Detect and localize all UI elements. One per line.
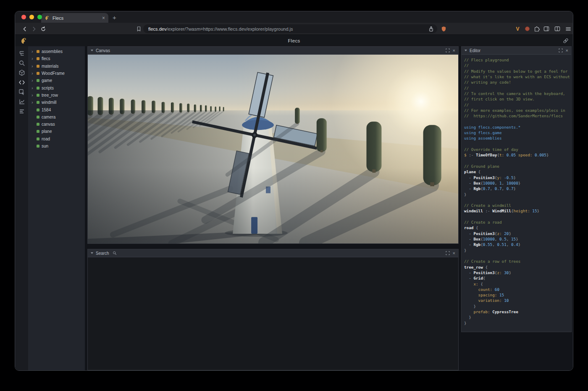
code-line: using assemblies (464, 135, 570, 141)
browser-toolbar: flecs.dev/explorer/?wasm=https://www.fle… (15, 23, 573, 35)
chart-icon[interactable] (18, 98, 25, 105)
permalink-icon[interactable] (563, 38, 569, 44)
entity-tree: ›assemblies›flecs›materials›WoodFrame›ga… (28, 46, 85, 370)
expand-chevron-icon[interactable]: › (32, 49, 34, 54)
bookmark-icon[interactable] (135, 25, 142, 32)
back-icon[interactable] (21, 25, 28, 32)
close-icon[interactable]: × (453, 251, 455, 256)
tree-item-road[interactable]: road (28, 135, 85, 143)
tree-item-tree_row[interactable]: ›tree_row (28, 92, 85, 99)
editor-panel-header: Editor × (462, 47, 571, 55)
search-results-area[interactable] (88, 257, 458, 370)
tab-title: Flecs (52, 16, 100, 21)
expand-chevron-icon[interactable]: › (32, 71, 34, 76)
close-icon[interactable]: × (453, 48, 455, 53)
browser-tab[interactable]: Flecs × (41, 13, 108, 23)
expand-chevron-icon[interactable]: › (32, 56, 34, 61)
code-line: prefab: CypressTree (464, 309, 570, 314)
query-search-icon[interactable] (18, 60, 25, 66)
expand-chevron-icon[interactable]: › (32, 78, 34, 83)
collapse-chevron-icon[interactable] (91, 50, 93, 51)
code-line: plane { (464, 169, 570, 174)
code-line: // writing any code! (464, 79, 570, 85)
tree-item-camera[interactable]: camera (28, 114, 85, 121)
code-line: ​ (464, 197, 570, 203)
tree-item-materials[interactable]: ›materials (28, 63, 85, 70)
tree-item-plane[interactable]: plane (28, 128, 85, 135)
stats-icon[interactable] (18, 108, 25, 115)
tab-close-icon[interactable]: × (102, 16, 105, 21)
vimium-extension-icon[interactable]: V (514, 25, 521, 32)
extensions-puzzle-icon[interactable] (533, 25, 540, 32)
editor-code[interactable]: // Flecs playground//// Modify the value… (462, 55, 571, 332)
entities-tree-icon[interactable] (18, 50, 25, 57)
close-icon[interactable]: × (566, 48, 568, 53)
code-line: - Box{10000, 1, 10000} (464, 180, 570, 186)
tree-item-label: sun (42, 144, 48, 148)
code-line: // Flecs playground (464, 57, 570, 63)
expand-chevron-icon[interactable]: › (32, 100, 34, 105)
tree-item-label: flecs (42, 56, 50, 61)
flecs-logo[interactable] (20, 37, 28, 45)
tree-item-1584[interactable]: 1584 (28, 106, 85, 113)
forward-icon[interactable] (30, 25, 37, 32)
tree-item-sun[interactable]: sun (28, 143, 85, 150)
menu-icon[interactable] (564, 25, 572, 32)
zoom-window-button[interactable] (37, 15, 42, 19)
code-editor-icon[interactable] (18, 79, 25, 86)
tree-item-assemblies[interactable]: ›assemblies (28, 48, 85, 55)
adblock-extension-icon[interactable] (524, 25, 531, 32)
close-window-button[interactable] (21, 15, 26, 19)
canvas-panel: Canvas × (87, 46, 459, 244)
fullscreen-icon[interactable] (446, 48, 450, 53)
module-square-icon (37, 72, 39, 75)
tree-item-label: WoodFrame (42, 71, 65, 76)
search-icon (113, 251, 117, 255)
expand-chevron-icon[interactable]: › (32, 64, 34, 69)
tree-item-game[interactable]: ›game (28, 77, 85, 84)
entity-square-icon (37, 130, 39, 133)
code-line: // Ground plane (464, 164, 570, 169)
code-line: ​ (464, 119, 570, 124)
code-line: // Create a windmill (464, 203, 570, 208)
fullscreen-icon[interactable] (559, 48, 563, 53)
share-icon[interactable] (428, 25, 435, 32)
minimize-window-button[interactable] (29, 15, 34, 19)
canvas-3d-scene[interactable] (88, 55, 458, 243)
url-bar[interactable]: flecs.dev/explorer/?wasm=https://www.fle… (143, 24, 437, 33)
code-line: - Position3{y: -0.5} (464, 175, 570, 180)
tree-item-scripts[interactable]: ›scripts (28, 84, 85, 91)
collapse-chevron-icon[interactable] (465, 50, 467, 51)
fullscreen-icon[interactable] (446, 251, 450, 256)
tree-item-label: scripts (42, 86, 54, 90)
app-header: Flecs (15, 35, 573, 46)
code-line: variation: 10 (464, 298, 570, 303)
expand-chevron-icon[interactable]: › (32, 86, 34, 90)
canvas-panel-header: Canvas × (88, 47, 458, 55)
code-line: spacing: 15 (464, 292, 570, 298)
tree-item-canvas[interactable]: canvas (28, 121, 85, 128)
tree-item-windmill[interactable]: ›windmill (28, 99, 85, 106)
code-line: count: 60 (464, 287, 570, 292)
expand-chevron-icon[interactable]: › (32, 93, 34, 98)
flecs-explorer-app: Flecs (15, 35, 573, 370)
page-title: Flecs (288, 38, 300, 43)
sidebar-icon[interactable] (543, 25, 550, 32)
world-icon[interactable] (18, 69, 25, 76)
code-line: // Create a row of trees (464, 259, 570, 264)
code-line: - Grid{ (464, 275, 570, 281)
browser-window: Flecs × + flecs.dev/explorer/?wasm=https… (15, 11, 573, 371)
canvas-panel-title: Canvas (96, 48, 110, 53)
inspector-icon[interactable] (18, 89, 25, 95)
entity-square-icon (37, 79, 39, 82)
tree-item-label: game (42, 78, 52, 83)
new-tab-button[interactable]: + (113, 14, 116, 21)
split-view-icon[interactable] (554, 25, 561, 32)
collapse-chevron-icon[interactable] (91, 252, 93, 254)
shield-icon[interactable] (440, 25, 447, 32)
code-line: // Create a road (464, 219, 570, 225)
tree-item-WoodFrame[interactable]: ›WoodFrame (28, 70, 85, 77)
code-line: } (464, 192, 570, 197)
tree-item-flecs[interactable]: ›flecs (28, 55, 85, 62)
reload-icon[interactable] (39, 25, 47, 32)
